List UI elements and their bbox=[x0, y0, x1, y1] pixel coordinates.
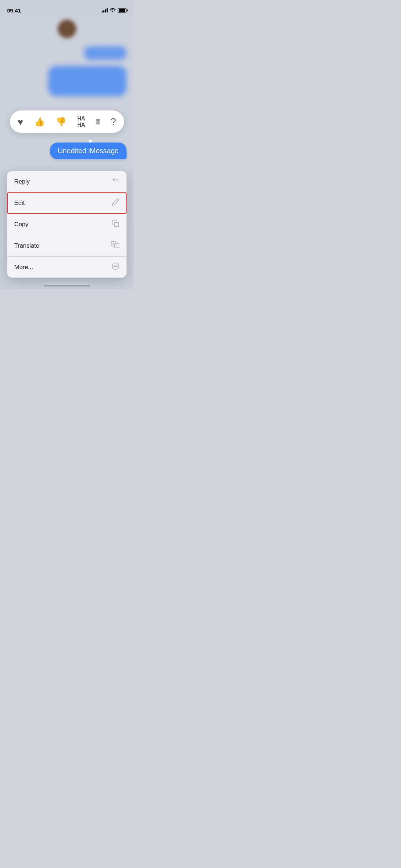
reaction-bar: ♥ 👍 👎 HAHA !! ? bbox=[10, 110, 124, 133]
svg-point-6 bbox=[114, 266, 114, 267]
reply-icon bbox=[112, 177, 119, 186]
reaction-exclaim[interactable]: !! bbox=[96, 118, 100, 126]
context-menu: Reply Edit Copy Translate bbox=[7, 171, 127, 278]
menu-item-reply[interactable]: Reply bbox=[7, 171, 127, 192]
pencil-icon bbox=[112, 198, 119, 208]
avatar bbox=[58, 20, 76, 38]
imessage-bubble: Unedited iMessage bbox=[50, 143, 127, 159]
svg-text:A: A bbox=[112, 242, 114, 246]
svg-rect-0 bbox=[114, 222, 119, 227]
blurred-bubble-large bbox=[48, 66, 127, 96]
wifi-icon bbox=[110, 8, 115, 13]
signal-icon bbox=[102, 8, 108, 12]
menu-item-copy[interactable]: Copy bbox=[7, 214, 127, 235]
menu-item-translate[interactable]: Translate A 文 bbox=[7, 235, 127, 257]
menu-item-edit[interactable]: Edit bbox=[7, 192, 127, 214]
bubble-tail-large bbox=[89, 140, 92, 143]
reaction-thumbsdown[interactable]: 👎 bbox=[56, 118, 66, 126]
ellipsis-icon bbox=[112, 262, 119, 272]
translate-label: Translate bbox=[14, 242, 39, 249]
reaction-thumbsup[interactable]: 👍 bbox=[34, 118, 45, 126]
more-label: More... bbox=[14, 264, 33, 271]
status-bar: 09:41 bbox=[0, 0, 134, 16]
svg-point-8 bbox=[117, 266, 117, 267]
svg-point-7 bbox=[115, 266, 116, 267]
blurred-bubble-small bbox=[84, 46, 127, 60]
status-time: 09:41 bbox=[7, 7, 21, 14]
reaction-question[interactable]: ? bbox=[110, 117, 116, 127]
edit-label: Edit bbox=[14, 200, 25, 207]
copy-icon bbox=[112, 219, 119, 229]
home-indicator bbox=[44, 285, 90, 286]
translate-icon: A 文 bbox=[111, 241, 119, 250]
svg-text:文: 文 bbox=[115, 245, 118, 248]
battery-icon bbox=[118, 8, 127, 13]
reply-label: Reply bbox=[14, 178, 30, 185]
copy-label: Copy bbox=[14, 221, 29, 228]
menu-item-more[interactable]: More... bbox=[7, 257, 127, 278]
reaction-haha[interactable]: HAHA bbox=[77, 115, 85, 128]
status-icons bbox=[102, 8, 127, 13]
reaction-heart[interactable]: ♥ bbox=[18, 117, 23, 126]
